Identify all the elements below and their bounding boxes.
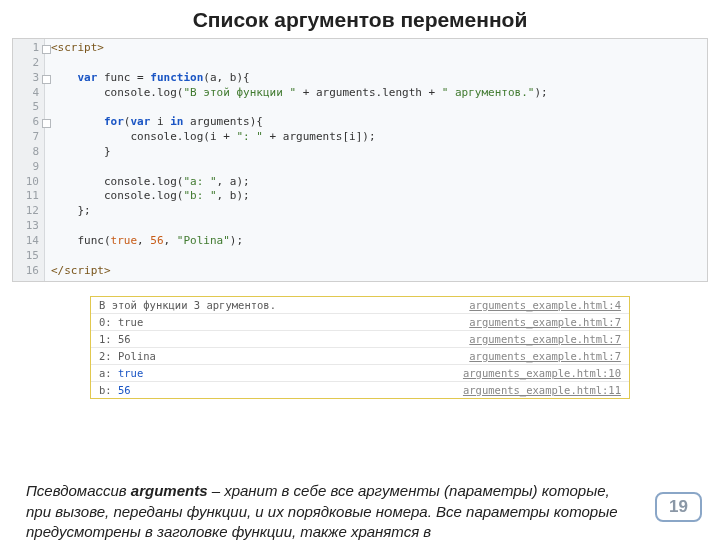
- code-line: console.log("b: ", b);: [51, 189, 701, 204]
- code-line: console.log("В этой функции " + argument…: [51, 86, 701, 101]
- line-number: 9: [13, 160, 44, 175]
- line-number: 3: [13, 71, 44, 86]
- line-number: 6: [13, 115, 44, 130]
- desc-keyword: arguments: [131, 482, 208, 499]
- code-line: for(var i in arguments){: [51, 115, 701, 130]
- console-source: arguments_example.html:7: [469, 350, 621, 362]
- line-number: 5: [13, 100, 44, 115]
- code-line: func(true, 56, "Polina");: [51, 234, 701, 249]
- page-number-badge: 19: [655, 492, 702, 522]
- code-line: [51, 219, 701, 234]
- code-line: console.log("a: ", a);: [51, 175, 701, 190]
- console-source: arguments_example.html:10: [463, 367, 621, 379]
- line-number: 16: [13, 264, 44, 279]
- slide-title: Список аргументов переменной: [0, 0, 720, 38]
- code-line: [51, 56, 701, 71]
- console-message: 0: true: [99, 316, 143, 328]
- line-number: 1: [13, 41, 44, 56]
- console-row: В этой функции 3 аргументов.arguments_ex…: [91, 297, 629, 314]
- line-number: 12: [13, 204, 44, 219]
- line-number: 8: [13, 145, 44, 160]
- line-number: 2: [13, 56, 44, 71]
- code-gutter: 12345678910111213141516: [13, 39, 45, 281]
- code-content: <script> var func = function(a, b){ cons…: [45, 39, 707, 281]
- console-source: arguments_example.html:7: [469, 333, 621, 345]
- console-message: 2: Polina: [99, 350, 156, 362]
- code-line: }: [51, 145, 701, 160]
- line-number: 4: [13, 86, 44, 101]
- code-line: <script>: [51, 41, 701, 56]
- console-message: В этой функции 3 аргументов.: [99, 299, 276, 311]
- line-number: 10: [13, 175, 44, 190]
- code-editor: 12345678910111213141516 <script> var fun…: [12, 38, 708, 282]
- line-number: 11: [13, 189, 44, 204]
- line-number: 14: [13, 234, 44, 249]
- console-row: b: 56arguments_example.html:11: [91, 382, 629, 398]
- console-row: 1: 56arguments_example.html:7: [91, 331, 629, 348]
- code-line: var func = function(a, b){: [51, 71, 701, 86]
- console-row: a: truearguments_example.html:10: [91, 365, 629, 382]
- console-message: b: 56: [99, 384, 131, 396]
- console-row: 2: Polinaarguments_example.html:7: [91, 348, 629, 365]
- console-message: a: true: [99, 367, 143, 379]
- console-message: 1: 56: [99, 333, 131, 345]
- console-source: arguments_example.html:7: [469, 316, 621, 328]
- console-output: В этой функции 3 аргументов.arguments_ex…: [90, 296, 630, 399]
- code-line: [51, 100, 701, 115]
- description-text: Псевдомассив arguments – хранит в себе в…: [26, 481, 630, 540]
- code-line: };: [51, 204, 701, 219]
- line-number: 7: [13, 130, 44, 145]
- code-line: [51, 160, 701, 175]
- line-number: 15: [13, 249, 44, 264]
- code-line: [51, 249, 701, 264]
- line-number: 13: [13, 219, 44, 234]
- console-source: arguments_example.html:11: [463, 384, 621, 396]
- code-line: </script>: [51, 264, 701, 279]
- code-line: console.log(i + ": " + arguments[i]);: [51, 130, 701, 145]
- desc-pre: Псевдомассив: [26, 482, 131, 499]
- console-row: 0: truearguments_example.html:7: [91, 314, 629, 331]
- console-source: arguments_example.html:4: [469, 299, 621, 311]
